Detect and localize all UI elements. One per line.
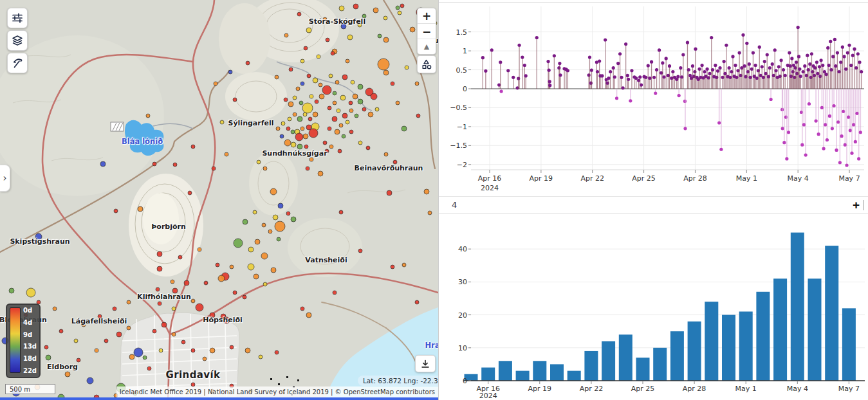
quake-dot[interactable] [358,249,362,253]
quake-dot[interactable] [289,68,293,71]
quake-dot[interactable] [424,189,429,194]
quake-dot[interactable] [191,299,195,303]
quake-dot[interactable] [59,329,63,333]
daily-count-bar-chart[interactable]: 010203040Apr 162024Apr 19Apr 22Apr 25Apr… [439,214,868,400]
quake-dot[interactable] [368,112,373,117]
quake-dot[interactable] [203,357,207,361]
quake-dot[interactable] [268,230,272,233]
quake-dot[interactable] [172,332,176,336]
quake-dot[interactable] [293,96,297,100]
quake-dot[interactable] [210,348,215,353]
quake-dot[interactable] [337,109,340,113]
quake-dot[interactable] [378,34,382,38]
quake-dot[interactable] [257,160,261,164]
quake-dot[interactable] [262,223,266,227]
compass-button[interactable]: ▲ [418,39,436,54]
quake-dot[interactable] [325,149,329,153]
quake-dot[interactable] [172,288,178,293]
quake-dot[interactable] [339,123,343,127]
quake-dot[interactable] [306,125,311,130]
quake-dot[interactable] [114,209,118,213]
quake-dot[interactable] [415,300,419,304]
quake-dot[interactable] [77,358,80,362]
quake-dot[interactable] [353,94,358,99]
quake-dot[interactable] [82,323,86,327]
quake-dot[interactable] [297,12,301,16]
quake-dot[interactable] [159,349,163,352]
quake-dot[interactable] [303,134,308,139]
quake-dot[interactable] [113,307,116,311]
map-canvas[interactable]: Stóra-SkógfellSýlingarfellSundhnúksgígar… [0,0,438,400]
quake-dot[interactable] [246,61,250,65]
quake-dot[interactable] [221,314,226,319]
quake-dot[interactable] [319,94,324,99]
quake-dot[interactable] [335,129,340,134]
quake-dot[interactable] [214,82,217,86]
quake-dot[interactable] [152,329,156,333]
zoom-out-button[interactable]: − [418,23,436,39]
quake-dot[interactable] [349,101,353,105]
quake-dot[interactable] [378,59,389,70]
quake-dot[interactable] [296,87,300,91]
quake-dot[interactable] [284,33,288,37]
quake-dot[interactable] [302,103,313,113]
quake-dot[interactable] [198,248,201,251]
quake-dot[interactable] [393,160,397,164]
quake-dot[interactable] [100,161,106,167]
quake-dot[interactable] [286,212,290,215]
quake-dot[interactable] [373,8,378,13]
quake-dot[interactable] [98,314,102,318]
quake-dot[interactable] [304,46,308,50]
quake-dot[interactable] [147,367,151,370]
quake-dot[interactable] [323,141,327,145]
quake-dot[interactable] [65,372,70,377]
quake-dot[interactable] [178,255,182,259]
quake-dot[interactable] [259,355,263,359]
quake-dot[interactable] [366,146,370,150]
quake-dot[interactable] [396,101,400,105]
quake-dot[interactable] [339,6,344,11]
quake-dot[interactable] [263,167,267,170]
quake-dot[interactable] [167,373,171,377]
quake-dot[interactable] [291,130,295,134]
quake-dot[interactable] [405,66,409,69]
quake-dot[interactable] [216,263,219,267]
quake-dot[interactable] [306,313,311,318]
quake-dot[interactable] [127,300,131,304]
quake-dot[interactable] [53,307,57,311]
quake-dot[interactable] [318,171,323,176]
quake-dot[interactable] [286,127,290,131]
quake-dot[interactable] [308,117,312,121]
quake-dot[interactable] [184,280,189,286]
quake-dot[interactable] [315,100,319,104]
quake-dot[interactable] [196,304,203,311]
quake-dot[interactable] [254,274,259,279]
quake-dot[interactable] [261,253,268,259]
quake-dot[interactable] [158,302,162,305]
quake-dot[interactable] [295,133,303,141]
quake-dot[interactable] [306,28,311,33]
quake-dot[interactable] [280,134,284,138]
layers-button[interactable] [7,30,28,51]
quake-dot[interactable] [300,307,304,311]
quake-dot[interactable] [291,217,296,222]
quake-dot[interactable] [339,210,343,214]
quake-dot[interactable] [300,127,304,131]
quake-dot[interactable] [138,206,143,212]
quake-dot[interactable] [338,149,342,153]
quake-dot[interactable] [191,349,195,352]
quake-dot[interactable] [402,263,406,267]
quake-dot[interactable] [410,27,415,32]
quake-dot[interactable] [326,38,329,42]
magnitude-stem-chart[interactable]: −2−1.5−1−0.500.511.5Apr 162024Apr 19Apr … [439,2,868,197]
quake-dot[interactable] [358,84,363,89]
quake-dot[interactable] [303,113,307,116]
quake-dot[interactable] [281,122,285,125]
quake-dot[interactable] [309,158,313,161]
quake-dot[interactable] [284,98,288,102]
quake-dot[interactable] [331,51,335,55]
quake-dot[interactable] [278,203,283,208]
quake-dot[interactable] [307,74,311,78]
quake-dot[interactable] [319,83,322,87]
quake-dot[interactable] [371,93,377,100]
